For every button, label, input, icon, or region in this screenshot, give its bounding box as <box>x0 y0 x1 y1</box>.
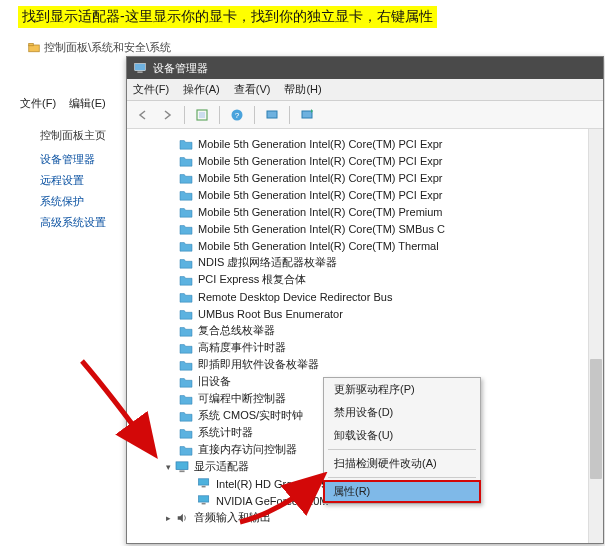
device-manager-title: 设备管理器 <box>153 61 208 76</box>
ctx-separator <box>328 449 476 450</box>
speaker-icon <box>175 512 189 524</box>
device-manager-titlebar[interactable]: 设备管理器 <box>127 57 603 79</box>
device-label: Mobile 5th Generation Intel(R) Core(TM) … <box>198 172 443 184</box>
svg-rect-13 <box>202 486 206 488</box>
back-window-menu: 文件(F) 编辑(E) <box>20 96 116 111</box>
help-icon[interactable]: ? <box>227 105 247 125</box>
svg-rect-5 <box>199 112 205 118</box>
scrollbar-thumb[interactable] <box>590 359 602 479</box>
device-manager-window: 设备管理器 文件(F) 操作(A) 查看(V) 帮助(H) ? Mobile 5… <box>126 56 604 544</box>
device-label: 即插即用软件设备枚举器 <box>198 357 319 372</box>
folder-icon <box>28 42 40 54</box>
device-manager-menubar: 文件(F) 操作(A) 查看(V) 帮助(H) <box>127 79 603 101</box>
device-label: Mobile 5th Generation Intel(R) Core(TM) … <box>198 223 445 235</box>
sidebar-title: 控制面板主页 <box>40 128 106 143</box>
ctx-uninstall-device[interactable]: 卸载设备(U) <box>324 424 480 447</box>
category-audio[interactable]: ▸ 音频输入和输出 <box>127 509 603 526</box>
svg-rect-15 <box>202 503 206 505</box>
device-label: 复合总线枚举器 <box>198 323 275 338</box>
context-menu: 更新驱动程序(P) 禁用设备(D) 卸载设备(U) 扫描检测硬件改动(A) 属性… <box>323 377 481 504</box>
device-label: 系统 CMOS/实时时钟 <box>198 408 303 423</box>
device-item[interactable]: Mobile 5th Generation Intel(R) Core(TM) … <box>127 169 603 186</box>
ctx-update-driver[interactable]: 更新驱动程序(P) <box>324 378 480 401</box>
device-item[interactable]: Mobile 5th Generation Intel(R) Core(TM) … <box>127 152 603 169</box>
device-label: 旧设备 <box>198 374 231 389</box>
sidebar-link-protection[interactable]: 系统保护 <box>40 194 106 209</box>
svg-rect-3 <box>137 72 142 73</box>
device-label: 系统计时器 <box>198 425 253 440</box>
device-item[interactable]: Mobile 5th Generation Intel(R) Core(TM) … <box>127 186 603 203</box>
device-label: PCI Express 根复合体 <box>198 272 306 287</box>
action-icon[interactable] <box>192 105 212 125</box>
vertical-scrollbar[interactable] <box>588 129 603 543</box>
svg-rect-10 <box>176 461 188 469</box>
ctx-separator <box>328 477 476 478</box>
monitor-icon <box>197 495 211 506</box>
svg-rect-9 <box>302 111 312 118</box>
device-manager-toolbar: ? <box>127 101 603 129</box>
svg-rect-1 <box>29 43 34 45</box>
menu-file[interactable]: 文件(F) <box>20 97 56 109</box>
forward-icon[interactable] <box>157 105 177 125</box>
device-item[interactable]: NDIS 虚拟网络适配器枚举器 <box>127 254 603 271</box>
device-item[interactable]: 高精度事件计时器 <box>127 339 603 356</box>
device-label: Mobile 5th Generation Intel(R) Core(TM) … <box>198 206 443 218</box>
toolbar-separator <box>254 106 255 124</box>
device-label: 可编程中断控制器 <box>198 391 286 406</box>
device-label: 直接内存访问控制器 <box>198 442 297 457</box>
svg-rect-12 <box>199 479 209 485</box>
device-label: Mobile 5th Generation Intel(R) Core(TM) … <box>198 240 439 252</box>
sidebar-link-device-manager[interactable]: 设备管理器 <box>40 152 106 167</box>
device-item[interactable]: 即插即用软件设备枚举器 <box>127 356 603 373</box>
expand-icon[interactable]: ▸ <box>163 513 173 523</box>
monitor-icon <box>175 461 189 473</box>
menu-edit[interactable]: 编辑(E) <box>69 97 106 109</box>
device-item[interactable]: PCI Express 根复合体 <box>127 271 603 288</box>
menu-file[interactable]: 文件(F) <box>133 82 169 97</box>
device-item[interactable]: Mobile 5th Generation Intel(R) Core(TM) … <box>127 135 603 152</box>
toolbar-separator <box>219 106 220 124</box>
device-label: UMBus Root Bus Enumerator <box>198 308 343 320</box>
sidebar-link-advanced[interactable]: 高级系统设置 <box>40 215 106 230</box>
device-item[interactable]: Remote Desktop Device Redirector Bus <box>127 288 603 305</box>
ctx-disable-device[interactable]: 禁用设备(D) <box>324 401 480 424</box>
category-label: 显示适配器 <box>194 459 249 474</box>
device-label: NDIS 虚拟网络适配器枚举器 <box>198 255 337 270</box>
menu-action[interactable]: 操作(A) <box>183 82 220 97</box>
monitor-icon <box>197 478 211 489</box>
gpu-label: Intel(R) HD Graphics 55 <box>216 478 333 490</box>
back-icon[interactable] <box>133 105 153 125</box>
category-label: 音频输入和输出 <box>194 510 271 525</box>
menu-view[interactable]: 查看(V) <box>234 82 271 97</box>
svg-rect-11 <box>179 470 184 472</box>
device-label: 高精度事件计时器 <box>198 340 286 355</box>
device-label: Mobile 5th Generation Intel(R) Core(TM) … <box>198 138 443 150</box>
menu-help[interactable]: 帮助(H) <box>284 82 321 97</box>
device-manager-icon <box>133 61 147 75</box>
breadcrumb: 控制面板\系统和安全\系统 <box>28 40 171 55</box>
expand-icon[interactable]: ▾ <box>163 462 173 472</box>
breadcrumb-text: 控制面板\系统和安全\系统 <box>44 40 171 55</box>
ctx-scan-hardware[interactable]: 扫描检测硬件改动(A) <box>324 452 480 475</box>
device-item[interactable]: UMBus Root Bus Enumerator <box>127 305 603 322</box>
svg-text:?: ? <box>235 111 240 120</box>
svg-rect-2 <box>135 64 146 71</box>
device-item[interactable]: Mobile 5th Generation Intel(R) Core(TM) … <box>127 203 603 220</box>
device-item[interactable]: Mobile 5th Generation Intel(R) Core(TM) … <box>127 237 603 254</box>
ctx-properties[interactable]: 属性(R) <box>323 480 481 503</box>
toolbar-separator <box>184 106 185 124</box>
device-item[interactable]: Mobile 5th Generation Intel(R) Core(TM) … <box>127 220 603 237</box>
gpu-label: NVIDIA GeForce 920M <box>216 495 329 507</box>
device-label: Mobile 5th Generation Intel(R) Core(TM) … <box>198 155 443 167</box>
refresh-icon[interactable] <box>297 105 317 125</box>
scan-icon[interactable] <box>262 105 282 125</box>
sidebar-link-remote[interactable]: 远程设置 <box>40 173 106 188</box>
sidebar-links: 设备管理器 远程设置 系统保护 高级系统设置 <box>40 152 106 236</box>
device-label: Remote Desktop Device Redirector Bus <box>198 291 392 303</box>
toolbar-separator <box>289 106 290 124</box>
device-label: Mobile 5th Generation Intel(R) Core(TM) … <box>198 189 443 201</box>
instruction-banner: 找到显示适配器-这里显示你的显卡，找到你的独立显卡，右键属性 <box>18 6 437 28</box>
svg-rect-14 <box>199 496 209 502</box>
svg-rect-8 <box>267 111 277 118</box>
device-item[interactable]: 复合总线枚举器 <box>127 322 603 339</box>
